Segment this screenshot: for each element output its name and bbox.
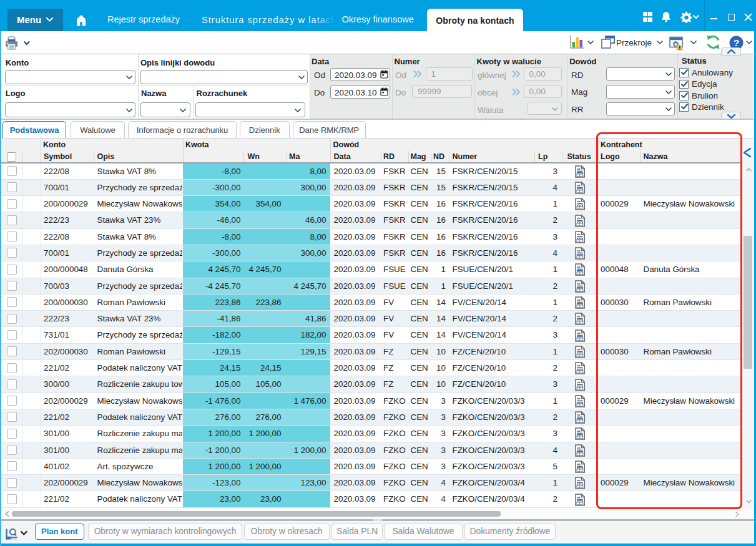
svg-text:?: ? <box>733 37 739 48</box>
